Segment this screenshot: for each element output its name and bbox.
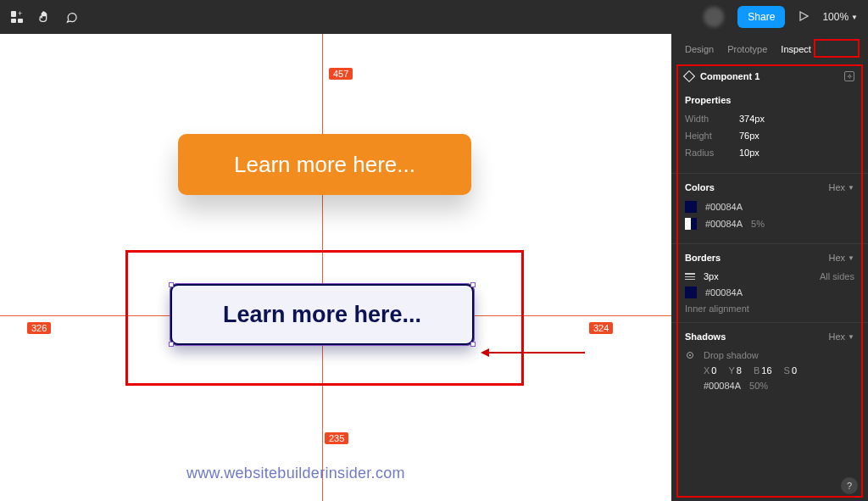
shadow-type: Drop shadow	[704, 350, 759, 360]
tab-design[interactable]: Design	[685, 44, 714, 54]
border-color-row[interactable]: #00084A	[685, 287, 854, 298]
share-button[interactable]: Share	[737, 6, 785, 28]
section-properties: Properties Width 374px Height 76px Radiu…	[671, 86, 868, 173]
prop-label: Width	[685, 114, 739, 124]
annotation-highlight-tab	[814, 39, 860, 58]
user-avatar[interactable]	[704, 7, 724, 27]
top-toolbar: + Share 100% ▼	[0, 0, 868, 34]
prop-width[interactable]: Width 374px	[685, 114, 854, 124]
colors-title: Colors	[685, 182, 715, 192]
help-button[interactable]: ?	[841, 477, 858, 494]
prop-label: Height	[685, 131, 739, 141]
color-swatch	[685, 201, 697, 213]
component-icon	[683, 70, 695, 82]
comment-tool-icon[interactable]	[64, 10, 78, 24]
toolbar-right: Share 100% ▼	[704, 6, 858, 28]
color-hex: #00084A	[705, 202, 743, 212]
annotation-arrow	[483, 352, 585, 353]
target-icon[interactable]: ✧	[844, 71, 854, 81]
add-shape-icon[interactable]: +	[10, 10, 24, 24]
shadow-values-row[interactable]: X0 Y8 B16 S0	[704, 365, 854, 376]
shadows-title: Shadows	[685, 331, 726, 342]
selection-handle[interactable]	[470, 342, 476, 347]
prop-label: Radius	[685, 148, 739, 158]
shadow-opacity: 50%	[749, 381, 768, 391]
border-width-row[interactable]: 3px All sides	[685, 271, 854, 281]
orange-cta-label: Learn more here...	[234, 152, 415, 178]
shadow-color-hex: #00084A	[704, 381, 741, 391]
selected-component-button[interactable]: Learn more here...	[170, 283, 475, 346]
prop-value: 10px	[739, 148, 760, 158]
selection-handle[interactable]	[169, 342, 174, 347]
orange-cta-button[interactable]: Learn more here...	[178, 134, 471, 195]
border-alignment: Inner alignment	[685, 303, 854, 314]
tab-prototype[interactable]: Prototype	[727, 44, 767, 54]
measure-badge-right: 324	[589, 322, 613, 334]
color-swatch	[685, 287, 697, 298]
main-area: 457 326 324 235 Learn more here... Learn…	[0, 34, 868, 501]
section-shadows: Shadows Hex▼ Drop shadow X0 Y8 B16 S0 #0…	[671, 322, 868, 404]
present-icon[interactable]	[798, 11, 809, 24]
design-canvas[interactable]: 457 326 324 235 Learn more here... Learn…	[0, 34, 671, 501]
section-borders: Borders Hex▼ 3px All sides #00084A Inner…	[671, 243, 868, 322]
shadow-icon	[685, 350, 695, 360]
borders-title: Borders	[685, 253, 721, 263]
component-name: Component 1	[700, 71, 760, 81]
selection-handle[interactable]	[470, 282, 476, 287]
border-color-hex: #00084A	[705, 287, 743, 298]
chevron-down-icon: ▼	[851, 14, 858, 21]
color-fill-row[interactable]: #00084A	[685, 201, 854, 213]
color-format-dropdown[interactable]: Hex▼	[829, 182, 854, 192]
border-sides: All sides	[820, 271, 854, 281]
prop-height[interactable]: Height 76px	[685, 131, 854, 141]
hand-tool-icon[interactable]	[37, 10, 51, 24]
measure-badge-left: 326	[27, 322, 51, 334]
prop-radius[interactable]: Radius 10px	[685, 148, 854, 158]
border-format-dropdown[interactable]: Hex▼	[829, 253, 854, 263]
component-header[interactable]: Component 1 ✧	[671, 61, 868, 86]
inspect-panel: Design Prototype Inspect Component 1 ✧ P…	[671, 34, 868, 501]
measure-badge-top: 457	[329, 68, 353, 80]
watermark-text: www.websitebuilderinsider.com	[186, 465, 405, 482]
prop-value: 76px	[739, 131, 760, 141]
color-hex: #00084A	[705, 219, 743, 229]
shadow-type-row[interactable]: Drop shadow	[685, 350, 854, 360]
shadow-color-row[interactable]: #00084A 50%	[704, 381, 854, 391]
zoom-dropdown[interactable]: 100% ▼	[822, 11, 858, 23]
selected-component-label: Learn more here...	[223, 302, 421, 328]
section-colors: Colors Hex▼ #00084A #00084A 5%	[671, 173, 868, 243]
color-bg-row[interactable]: #00084A 5%	[685, 218, 854, 230]
border-thickness-icon	[685, 273, 695, 280]
prop-value: 374px	[739, 114, 765, 124]
tab-inspect[interactable]: Inspect	[781, 44, 810, 54]
border-width: 3px	[704, 271, 719, 281]
zoom-value: 100%	[822, 11, 849, 23]
color-opacity: 5%	[751, 219, 765, 229]
selection-handle[interactable]	[169, 282, 174, 287]
color-swatch	[685, 218, 697, 230]
toolbar-left: +	[10, 10, 78, 24]
app-root: + Share 100% ▼ 457 326	[0, 0, 868, 501]
measure-badge-bottom: 235	[325, 432, 348, 444]
properties-title: Properties	[685, 95, 854, 105]
shadow-format-dropdown[interactable]: Hex▼	[829, 331, 854, 342]
